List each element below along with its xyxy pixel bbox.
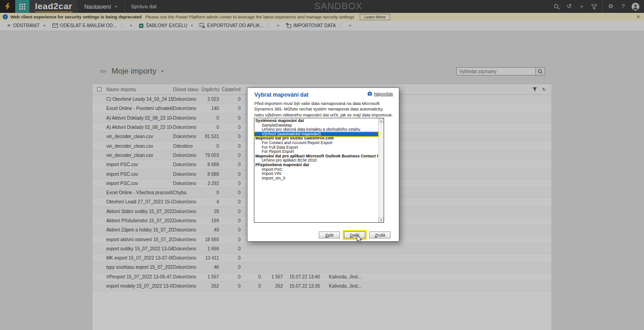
back-button[interactable]: Zpět bbox=[319, 232, 340, 238]
data-map-listbox[interactable]: Systémová mapování datSampleDataMapUrčen… bbox=[254, 118, 384, 223]
select-data-map-dialog: Vybrat mapování dat ? Nápověda Před impo… bbox=[247, 87, 399, 242]
data-map-option[interactable]: For Full Data Export bbox=[254, 145, 378, 150]
scroll-up-icon[interactable]: ▲ bbox=[379, 118, 384, 123]
data-map-option[interactable]: Přizpůsobená mapování dat bbox=[254, 163, 378, 168]
dialog-help-link[interactable]: ? Nápověda bbox=[368, 92, 393, 96]
dialog-title: Vybrat mapování dat bbox=[254, 92, 309, 98]
data-map-option[interactable]: Mapování dat pro službu Salesforce.com bbox=[254, 136, 378, 141]
data-map-option[interactable]: Výchozí (automatické mapování) bbox=[254, 132, 378, 137]
listbox-scrollbar[interactable]: ▲ ▼ bbox=[378, 118, 384, 222]
cancel-button[interactable]: Zrušit bbox=[369, 232, 391, 238]
dialog-description: Před importem musí být vaše data namapov… bbox=[254, 101, 393, 118]
data-map-option[interactable]: Určeno pro aplikaci BCM 2010 bbox=[254, 158, 378, 163]
data-map-option[interactable]: Import PSČ bbox=[254, 168, 378, 172]
data-map-option[interactable]: Import VIN bbox=[254, 172, 378, 176]
mouse-cursor bbox=[356, 235, 363, 246]
help-circle-icon: ? bbox=[368, 92, 372, 96]
data-map-option[interactable]: For Report Export bbox=[254, 150, 378, 154]
data-map-option[interactable]: SampleDataMap bbox=[254, 123, 378, 128]
data-map-option[interactable]: Mapování dat pro aplikaci Microsoft Outl… bbox=[254, 154, 378, 159]
data-map-option[interactable]: Systémová mapování dat bbox=[254, 119, 378, 123]
data-map-option[interactable]: For Contact and Account Report Export bbox=[254, 141, 378, 145]
data-map-option[interactable]: Určeno pro obecná data kontaktu a obchod… bbox=[254, 127, 378, 132]
scroll-down-icon[interactable]: ▼ bbox=[379, 217, 384, 222]
data-map-option[interactable]: Import_vin_3 bbox=[254, 176, 378, 181]
